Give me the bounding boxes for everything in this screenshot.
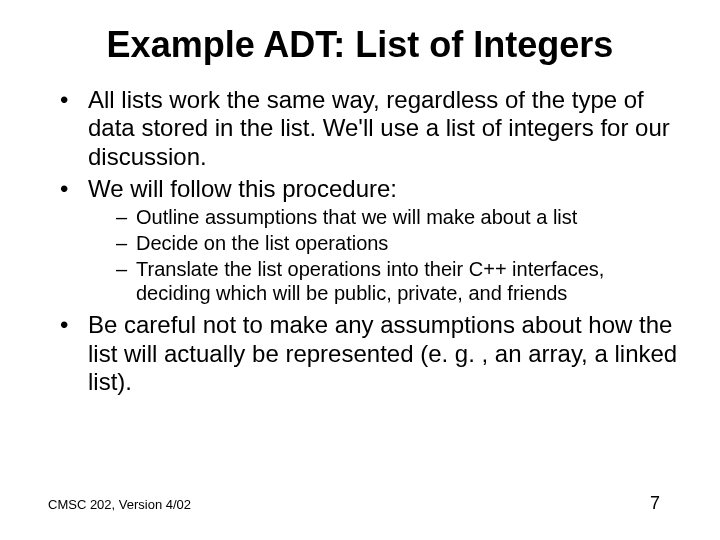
bullet-item: All lists work the same way, regardless … [60, 86, 680, 171]
sub-bullet-list: Outline assumptions that we will make ab… [88, 205, 680, 305]
footer-course: CMSC 202, Version 4/02 [48, 497, 191, 512]
sub-bullet-text: Translate the list operations into their… [136, 258, 604, 304]
bullet-item: Be careful not to make any assumptions a… [60, 311, 680, 396]
bullet-text: All lists work the same way, regardless … [88, 86, 670, 170]
bullet-list: All lists work the same way, regardless … [0, 86, 720, 396]
sub-bullet-item: Decide on the list operations [116, 231, 680, 255]
page-number: 7 [650, 493, 660, 514]
sub-bullet-item: Outline assumptions that we will make ab… [116, 205, 680, 229]
slide-title: Example ADT: List of Integers [0, 0, 720, 86]
sub-bullet-text: Decide on the list operations [136, 232, 388, 254]
sub-bullet-text: Outline assumptions that we will make ab… [136, 206, 577, 228]
sub-bullet-item: Translate the list operations into their… [116, 257, 680, 305]
slide: Example ADT: List of Integers All lists … [0, 0, 720, 540]
bullet-text: Be careful not to make any assumptions a… [88, 311, 677, 395]
bullet-item: We will follow this procedure: Outline a… [60, 175, 680, 305]
bullet-text: We will follow this procedure: [88, 175, 397, 202]
